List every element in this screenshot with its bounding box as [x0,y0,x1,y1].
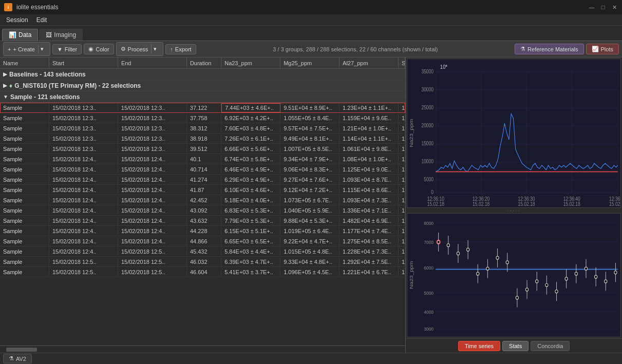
table-row[interactable]: Sample 15/02/2018 12:4.. 15/02/2018 12:4… [0,164,405,175]
cell-duration: 45.432 [187,247,221,256]
chart-stats: Na23_ppm 8000 7000 6000 5000 4000 3000 [407,213,621,337]
plots-button[interactable]: 📈 Plots [586,44,619,54]
table-row[interactable]: Sample 15/02/2018 12:4.. 15/02/2018 12:4… [0,185,405,195]
col-header-name[interactable]: Name [0,58,49,68]
process-dropdown-arrow[interactable]: ▾ [151,44,159,54]
create-dropdown-arrow[interactable]: ▾ [38,44,46,54]
svg-point-41 [594,275,597,278]
table-row[interactable]: Sample 15/02/2018 12:3.. 15/02/2018 12:3… [0,133,405,144]
table-row[interactable]: Sample 15/02/2018 12:3.. 15/02/2018 12:3… [0,113,405,123]
group-rm[interactable]: ▶ ♦ G_NIST610 (TE Primary RM) - 22 selec… [0,80,405,91]
cell-si: 1.738E+05 [399,227,405,235]
cell-end: 15/02/2018 12:4.. [118,217,187,225]
cell-type: Sample [0,237,49,245]
y-axis-label-2: Na23_ppm [408,261,413,289]
table-row[interactable]: Sample 15/02/2018 12:4.. 15/02/2018 12:4… [0,226,405,236]
table-body[interactable]: ▶ Baselines - 143 selections ▶ ♦ G_NIST6… [0,69,405,346]
rm-icon: ⚗ [520,46,525,52]
y-val-0: 0 [431,190,433,196]
cell-duration: 46.032 [187,258,221,266]
table-row[interactable]: Sample 15/02/2018 12:4.. 15/02/2018 12:4… [0,205,405,216]
color-button[interactable]: ◉ Color [84,44,114,54]
chart-tab-concordia[interactable]: Concordia [531,341,570,351]
table-row[interactable]: Sample 15/02/2018 12:4.. 15/02/2018 12:5… [0,246,405,257]
col-header-al[interactable]: Al27_ppm [340,58,399,68]
cell-end: 15/02/2018 12:3.. [118,124,187,132]
cell-na: 7.26E+03 ± 6.1E+.. [221,135,280,143]
export-label: Export [175,46,192,52]
minimize-button[interactable]: — [588,4,595,11]
cell-na: 6.83E+03 ± 5.3E+.. [221,206,280,215]
table-row[interactable]: Sample 15/02/2018 12:4.. 15/02/2018 12:4… [0,175,405,185]
col-header-mg[interactable]: Mg25_ppm [280,58,340,68]
cell-al: 1.177E+04 ± 7.4E.. [340,227,399,235]
cell-end: 15/02/2018 12:3.. [118,104,187,112]
x-label-date-3: 15.02.18 [518,201,535,207]
col-header-na[interactable]: Na23_ppm [221,58,280,68]
table-row[interactable]: Sample 15/02/2018 12:5.. 15/02/2018 12:5… [0,267,405,277]
chart-divider[interactable] [406,209,622,212]
group-sample[interactable]: ▼ Sample - 121 selections [0,91,405,103]
menu-edit[interactable]: Edit [32,14,51,26]
col-header-start[interactable]: Start [49,58,118,68]
group-rm-label: G_NIST610 (TE Primary RM) - 22 selection… [14,82,141,89]
filter-button[interactable]: ▼ Filter [52,44,82,54]
table-row[interactable]: Sample 15/02/2018 12:5.. 15/02/2018 12:5… [0,257,405,267]
svg-point-37 [575,272,577,275]
status-tab-icon: ⚗ [9,355,14,362]
process-button[interactable]: ⚙ Process ▾ [116,42,164,56]
export-button[interactable]: ↑ Export [165,44,196,54]
table-row[interactable]: Sample 15/02/2018 12:4.. 15/02/2018 12:4… [0,236,405,246]
svg-point-11 [447,243,449,246]
create-button[interactable]: + + Create ▾ [3,42,50,56]
export-icon: ↑ [170,46,173,52]
y-val-20000: 20000 [421,123,433,128]
cell-type: Sample [0,135,49,143]
table-row[interactable]: Sample 15/02/2018 12:4.. 15/02/2018 12:4… [0,154,405,164]
col-header-duration[interactable]: Duration [187,58,221,68]
cell-na: 7.60E+03 ± 4.8E+.. [221,124,280,132]
menu-session[interactable]: Session [2,14,32,26]
cell-duration: 40.1 [187,155,221,163]
tab-imaging[interactable]: 🖼 Imaging [39,29,83,41]
cell-mg: 1.040E+05 ± 5.9E.. [280,206,340,215]
table-row[interactable]: Sample 15/02/2018 12:4.. 15/02/2018 12:4… [0,195,405,205]
data-rows-container: Sample 15/02/2018 12:3.. 15/02/2018 12:3… [0,103,405,277]
chart-tab-stats[interactable]: Stats [502,341,529,351]
horizontal-scrollbar[interactable] [0,346,405,353]
col-header-end[interactable]: End [118,58,187,68]
cell-al: 1.08E+04 ± 1.0E+.. [340,155,399,163]
cell-al: 1.292E+04 ± 7.5E.. [340,258,399,266]
status-tab-av2[interactable]: ⚗ AV2 [3,354,32,363]
title-left: i iolite essentials [4,3,58,11]
cell-type: Sample [0,227,49,235]
cell-na: 6.46E+03 ± 4.9E+.. [221,165,280,174]
cell-end: 15/02/2018 12:3.. [118,135,187,143]
tab-data[interactable]: 📊 Data [2,29,38,41]
close-button[interactable]: ✕ [611,4,618,11]
table-row[interactable]: Sample 15/02/2018 12:3.. 15/02/2018 12:3… [0,144,405,154]
cell-mg: 9.06E+04 ± 8.3E+.. [280,165,340,174]
col-header-si[interactable]: Si29_ppm [399,58,405,68]
scrollbar-thumb[interactable] [6,348,37,352]
cell-na: 6.29E+03 ± 4.9E+.. [221,176,280,184]
cell-duration: 38.312 [187,124,221,132]
chart-tab-timeseries[interactable]: Time series [458,341,500,351]
table-row[interactable]: Sample 15/02/2018 12:3.. 15/02/2018 12:3… [0,103,405,113]
group-baselines[interactable]: ▶ Baselines - 143 selections [0,69,405,80]
svg-point-23 [506,260,508,263]
reference-materials-button[interactable]: ⚗ Reference Materials [515,44,583,54]
cell-duration: 43.092 [187,206,221,215]
maximize-button[interactable]: □ [599,4,607,11]
cell-end: 15/02/2018 12:4.. [118,155,187,163]
group-sample-label: Sample - 121 selections [10,93,80,101]
y-val-5000: 5000 [424,177,433,183]
cell-mg: 9.49E+04 ± 8.1E+.. [280,135,340,143]
svg-point-9 [437,240,440,243]
table-row[interactable]: Sample 15/02/2018 12:3.. 15/02/2018 12:3… [0,123,405,133]
y-axis-label-1: Na23_ppm [408,119,413,147]
table-row[interactable]: Sample 15/02/2018 12:4.. 15/02/2018 12:4… [0,216,405,226]
group-baselines-label: Baselines - 143 selections [9,71,86,78]
toolbar: + + Create ▾ ▼ Filter ◉ Color ⚙ Process … [0,41,622,58]
cell-start: 15/02/2018 12:4.. [49,227,118,235]
